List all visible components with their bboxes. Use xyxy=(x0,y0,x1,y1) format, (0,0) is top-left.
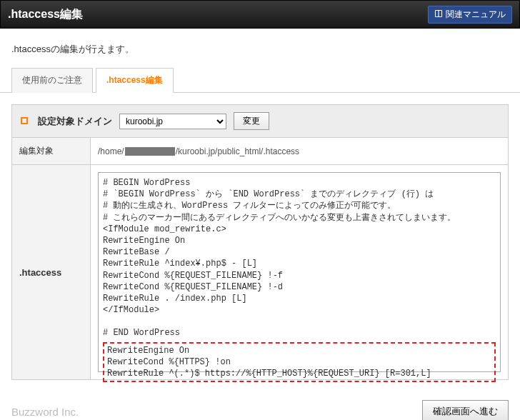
domain-select[interactable]: kuroobi.jp xyxy=(119,114,226,129)
square-marker-icon xyxy=(21,116,31,126)
editor-row: .htaccess # BEGIN WordPress # `BEGIN Wor… xyxy=(12,165,508,379)
page-header: .htaccess編集 関連マニュアル xyxy=(0,0,520,29)
domain-row: 設定対象ドメイン kuroobi.jp 変更 xyxy=(12,105,508,138)
settings-panel: 設定対象ドメイン kuroobi.jp 変更 編集対象 /home//kuroo… xyxy=(11,104,509,380)
htaccess-textarea[interactable]: # BEGIN WordPress # `BEGIN WordPress` から… xyxy=(98,172,501,372)
confirm-button[interactable]: 確認画面へ進む xyxy=(422,400,509,420)
code-highlight: RewriteEngine On RewriteCond %{HTTPS} !o… xyxy=(107,345,491,380)
manual-button[interactable]: 関連マニュアル xyxy=(428,6,512,24)
target-path: /home//kuroobi.jp/public_html/.htaccess xyxy=(91,138,508,164)
target-label: 編集対象 xyxy=(12,138,91,164)
code-main: # BEGIN WordPress # `BEGIN WordPress` から… xyxy=(103,177,496,339)
redacted-segment xyxy=(125,147,175,156)
book-icon xyxy=(434,9,443,20)
tab-bar: 使用前のご注意 .htaccess編集 xyxy=(0,67,520,93)
target-row: 編集対象 /home//kuroobi.jp/public_html/.htac… xyxy=(12,138,508,165)
tab-htaccess-edit[interactable]: .htaccess編集 xyxy=(96,68,174,93)
manual-button-label: 関連マニュアル xyxy=(446,9,506,21)
footer: Buzzword Inc. 確認画面へ進む xyxy=(0,391,520,420)
editor-label: .htaccess xyxy=(12,165,91,379)
page-title: .htaccess編集 xyxy=(8,7,83,22)
domain-label: 設定対象ドメイン xyxy=(38,115,112,128)
intro-text: .htaccessの編集が行えます。 xyxy=(0,29,520,67)
tab-precaution[interactable]: 使用前のご注意 xyxy=(11,68,93,93)
code-highlight-box: RewriteEngine On RewriteCond %{HTTPS} !o… xyxy=(103,342,496,383)
brand-text: Buzzword Inc. xyxy=(11,406,79,418)
path-prefix: /home/ xyxy=(98,146,124,156)
path-suffix: /kuroobi.jp/public_html/.htaccess xyxy=(176,146,299,156)
change-button[interactable]: 変更 xyxy=(234,112,269,130)
